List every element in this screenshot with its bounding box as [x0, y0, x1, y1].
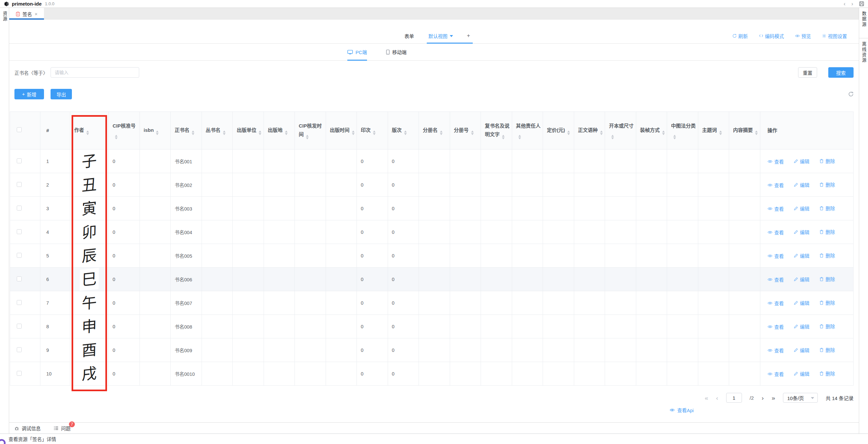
view-link[interactable]: 查看 [768, 347, 784, 354]
view-link[interactable]: 查看 [768, 300, 784, 307]
edit-link[interactable]: 编辑 [794, 205, 810, 212]
refresh-table-icon[interactable] [848, 92, 854, 97]
tab-signature[interactable]: 签名 × [9, 8, 44, 20]
view-api-link[interactable]: 查看Api [670, 406, 859, 414]
edit-link[interactable]: 编辑 [794, 181, 810, 188]
nav-forward-icon[interactable]: › [851, 1, 853, 6]
column-header[interactable]: 正文语种 [574, 112, 605, 149]
delete-link[interactable]: 删除 [819, 370, 835, 377]
tab-form[interactable]: 表单 [404, 32, 414, 39]
reset-button[interactable]: 重置 [798, 67, 817, 78]
view-settings-button[interactable]: 视图设置 [822, 32, 847, 39]
view-link[interactable]: 查看 [768, 229, 784, 236]
edit-link[interactable]: 编辑 [794, 323, 810, 330]
delete-link[interactable]: 删除 [819, 181, 835, 188]
view-link[interactable]: 查看 [768, 371, 784, 377]
rail-item-resources[interactable]: 资源 [1, 11, 8, 22]
default-view-dropdown[interactable]: 默认视图 [428, 32, 453, 39]
add-button[interactable]: +新增 [14, 89, 44, 99]
row-checkbox[interactable] [17, 159, 22, 163]
add-view-button[interactable]: + [467, 32, 470, 39]
rail-item-datasource[interactable]: 数据源 [861, 11, 867, 33]
cell-publish-date [326, 315, 357, 338]
row-checkbox[interactable] [17, 182, 22, 187]
tab-label: 签名 [23, 10, 32, 18]
refresh-button[interactable]: 刷新 [733, 32, 748, 39]
tab-pc[interactable]: PC端 [347, 44, 367, 60]
column-header[interactable]: 出版单位 [233, 112, 264, 149]
column-header[interactable]: 出版地 [264, 112, 295, 149]
problems-button[interactable]: 问题 7 [54, 425, 70, 432]
column-header[interactable]: 其他责任人 [512, 112, 543, 149]
close-icon[interactable]: × [35, 11, 38, 16]
view-link[interactable]: 查看 [768, 158, 784, 165]
save-icon[interactable] [859, 1, 864, 6]
next-page-button[interactable]: › [762, 395, 764, 401]
column-header[interactable]: 丛书名 [202, 112, 233, 149]
cell-clc-class [667, 149, 698, 173]
row-checkbox[interactable] [17, 300, 22, 305]
page-input[interactable] [726, 393, 742, 403]
filter-input[interactable] [51, 67, 139, 78]
view-link[interactable]: 查看 [768, 252, 784, 260]
delete-link[interactable]: 删除 [819, 323, 835, 330]
column-header[interactable]: 中图法分类 [667, 112, 698, 149]
row-checkbox[interactable] [17, 253, 22, 258]
column-header[interactable]: 分册名 [419, 112, 450, 149]
rail-item-offline-resources[interactable]: 离线资源 [861, 42, 867, 63]
edit-link[interactable]: 编辑 [794, 158, 810, 165]
column-header[interactable]: CIP核发时间 [295, 112, 326, 149]
row-checkbox[interactable] [17, 323, 22, 329]
row-checkbox[interactable] [17, 206, 22, 210]
delete-link[interactable]: 删除 [819, 346, 835, 353]
cell-series [202, 268, 233, 291]
column-header[interactable]: 开本或尺寸 [605, 112, 636, 149]
column-header[interactable]: 版次 [388, 112, 419, 149]
edit-link[interactable]: 编辑 [794, 347, 810, 353]
delete-link[interactable]: 删除 [819, 299, 835, 306]
column-header[interactable]: 出版时间 [326, 112, 357, 149]
edit-link[interactable]: 编辑 [794, 370, 810, 377]
column-header[interactable]: 分册号 [450, 112, 481, 149]
column-header[interactable]: 作者 [70, 112, 108, 149]
first-page-button[interactable]: « [705, 395, 708, 401]
column-header[interactable]: 正书名 [171, 112, 202, 149]
column-header[interactable]: 内容摘要 [729, 112, 760, 149]
row-checkbox[interactable] [17, 276, 22, 281]
export-button[interactable]: 导出 [51, 89, 72, 99]
column-header[interactable]: 定价(元) [543, 112, 574, 149]
view-link[interactable]: 查看 [768, 323, 784, 330]
delete-link[interactable]: 删除 [819, 275, 835, 282]
column-header[interactable]: CIP核准号 [108, 112, 140, 149]
search-button[interactable]: 搜索 [828, 67, 854, 78]
delete-link[interactable]: 删除 [819, 228, 835, 235]
last-page-button[interactable]: » [772, 395, 775, 401]
view-link[interactable]: 查看 [768, 205, 784, 212]
select-all-checkbox[interactable] [17, 127, 22, 132]
tab-mobile[interactable]: 移动端 [386, 44, 407, 60]
edit-link[interactable]: 编辑 [794, 252, 810, 259]
prev-page-button[interactable]: ‹ [716, 395, 718, 401]
preview-button[interactable]: 预览 [795, 32, 811, 39]
edit-link[interactable]: 编辑 [794, 299, 810, 306]
debug-info-button[interactable]: 调试信息 [14, 425, 41, 432]
delete-link[interactable]: 删除 [819, 252, 835, 259]
column-header[interactable]: 印次 [357, 112, 388, 149]
row-checkbox[interactable] [17, 229, 22, 234]
edit-link[interactable]: 编辑 [794, 229, 810, 235]
delete-link[interactable]: 删除 [819, 205, 835, 211]
edit-link[interactable]: 编辑 [794, 276, 810, 283]
row-checkbox[interactable] [17, 371, 22, 376]
row-checkbox[interactable] [17, 347, 22, 352]
delete-link[interactable]: 删除 [819, 158, 835, 164]
cell-publish-place [264, 338, 295, 362]
column-header[interactable]: 主题词 [698, 112, 729, 149]
column-header[interactable]: 复书名及说明文字 [481, 112, 512, 149]
column-header[interactable]: isbn [140, 112, 171, 149]
nav-back-icon[interactable]: ‹ [844, 1, 846, 6]
column-header[interactable]: 装帧方式 [636, 112, 667, 149]
code-mode-button[interactable]: 编码模式 [759, 32, 784, 39]
page-size-select[interactable]: 10条/页 [783, 393, 818, 403]
view-link[interactable]: 查看 [768, 276, 784, 283]
view-link[interactable]: 查看 [768, 182, 784, 189]
